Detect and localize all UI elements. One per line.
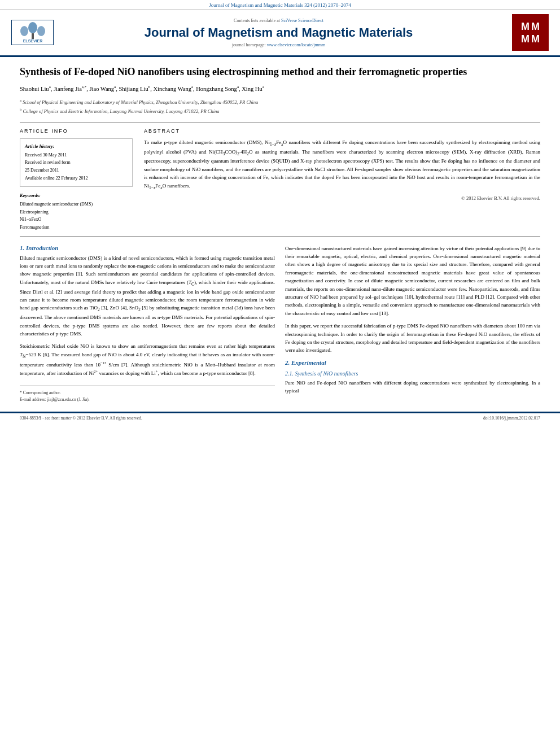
main-content: Synthesis of Fe-doped NiO nanofibers usi… bbox=[0, 57, 560, 412]
corresponding-note: * Corresponding author. bbox=[20, 390, 275, 396]
right-para-1: One-dimensional nanostructured materials… bbox=[285, 244, 540, 318]
email-note: E-mail address: jiajf@zzu.edu.cn (J. Jia… bbox=[20, 396, 275, 403]
intro-para-1: Diluted magnetic semiconductor (DMS) is … bbox=[20, 254, 275, 338]
authors-line: Shaohui Liua, Jianfeng Jiaa,*, Jiao Wang… bbox=[20, 84, 540, 94]
journal-logo-right: M M M M bbox=[512, 14, 549, 51]
article-title: Synthesis of Fe-doped NiO nanofibers usi… bbox=[20, 65, 540, 78]
abstract-heading: ABSTRACT bbox=[144, 128, 540, 134]
received-date: Received 30 May 2011 Received in revised… bbox=[25, 151, 128, 182]
footer-text: 0304-8853/$ - see front matter © 2012 El… bbox=[0, 413, 560, 423]
article-info-heading: ARTICLE INFO bbox=[20, 128, 133, 134]
journal-top-line: Journal of Magnetism and Magnetic Materi… bbox=[0, 0, 560, 10]
keywords-box: Keywords: Diluted magnetic semiconductor… bbox=[20, 193, 133, 231]
logo-m-bottom-right: M bbox=[531, 34, 540, 44]
affiliation-a: a School of Physical Engineering and Lab… bbox=[20, 98, 540, 106]
svg-rect-4 bbox=[32, 33, 34, 39]
body-content: 1. Introduction Diluted magnetic semicon… bbox=[20, 244, 540, 404]
divider-after-abstract bbox=[20, 236, 540, 237]
journal-title-main: Journal of Magnetism and Magnetic Materi… bbox=[54, 25, 504, 40]
article-info-abstract-row: ARTICLE INFO Article history: Received 3… bbox=[20, 128, 540, 231]
right-para-2: In this paper, we report the successful … bbox=[285, 322, 540, 355]
synth-subsection-title: 2.1. Synthesis of NiO nanofibers bbox=[285, 370, 540, 377]
sciverse-link[interactable]: SciVerse ScienceDirect bbox=[281, 18, 323, 23]
elsevier-logo: ELSEVIER bbox=[11, 20, 54, 45]
abstract-text: To make p-type diluted magnetic semicond… bbox=[144, 138, 540, 191]
journal-header: ELSEVIER Contents lists available at Sci… bbox=[0, 10, 560, 57]
experimental-section-title: 2. Experimental bbox=[285, 359, 540, 366]
divider-after-affiliations bbox=[20, 122, 540, 123]
copyright: © 2012 Elsevier B.V. All rights reserved… bbox=[144, 195, 540, 201]
synth-para-1: Pure NiO and Fe-doped NiO nanofibers wit… bbox=[285, 379, 540, 395]
logo-m-left: M bbox=[521, 21, 530, 32]
abstract-column: ABSTRACT To make p-type diluted magnetic… bbox=[144, 128, 540, 231]
affiliation-b: b College of Physics and Electric Inform… bbox=[20, 107, 540, 115]
svg-text:ELSEVIER: ELSEVIER bbox=[23, 39, 42, 43]
svg-point-2 bbox=[20, 26, 28, 36]
logo-m-bottom-left: M bbox=[521, 34, 530, 44]
body-right-column: One-dimensional nanostructured materials… bbox=[285, 244, 540, 404]
intro-para-2: Stoichiometric Nickel oxide NiO is known… bbox=[20, 342, 275, 377]
journal-homepage: journal homepage: www.elsevier.com/locat… bbox=[54, 42, 504, 47]
journal-title-block: Contents lists available at SciVerse Sci… bbox=[54, 18, 504, 47]
logo-m-right: M bbox=[531, 21, 540, 32]
affiliations: a School of Physical Engineering and Lab… bbox=[20, 98, 540, 115]
body-left-column: 1. Introduction Diluted magnetic semicon… bbox=[20, 244, 275, 404]
article-history-box: Article history: Received 30 May 2011 Re… bbox=[20, 138, 133, 187]
history-label: Article history: bbox=[25, 143, 128, 149]
footer-doi: doi:10.1016/j.jmmm.2012.02.017 bbox=[483, 416, 540, 421]
svg-point-1 bbox=[28, 22, 37, 33]
journal-citation: Journal of Magnetism and Magnetic Materi… bbox=[209, 2, 351, 8]
footer-issn-copyright: 0304-8853/$ - see front matter © 2012 El… bbox=[20, 416, 142, 421]
footnotes: * Corresponding author. E-mail address: … bbox=[20, 386, 275, 403]
article-info-column: ARTICLE INFO Article history: Received 3… bbox=[20, 128, 133, 231]
keywords-list: Diluted magnetic semiconductor (DMS) Ele… bbox=[20, 200, 133, 231]
homepage-url[interactable]: www.elsevier.com/locate/jmmm bbox=[267, 42, 325, 47]
keywords-label: Keywords: bbox=[20, 193, 133, 198]
contents-available-text: Contents lists available at SciVerse Sci… bbox=[54, 18, 504, 23]
intro-section-title: 1. Introduction bbox=[20, 244, 275, 251]
svg-point-3 bbox=[37, 26, 45, 36]
